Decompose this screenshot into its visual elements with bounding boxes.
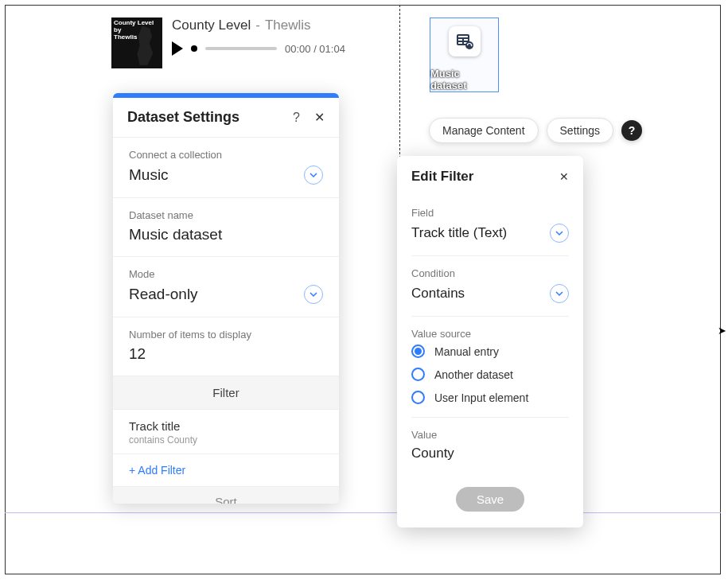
connect-label: Connect a collection <box>129 149 323 161</box>
radio-label: Manual entry <box>434 345 499 358</box>
value-label: Value <box>411 429 569 441</box>
radio-icon <box>411 391 425 404</box>
track-artist: Thewlis <box>265 18 311 33</box>
radio-icon <box>411 344 425 358</box>
connect-dropdown[interactable] <box>304 165 323 185</box>
value-input[interactable]: County <box>411 446 569 461</box>
field-dropdown[interactable] <box>550 224 569 243</box>
radio-icon <box>411 368 425 381</box>
cursor-icon: ➤ <box>718 325 726 337</box>
help-icon[interactable]: ? <box>293 111 300 125</box>
field-label: Field <box>411 207 569 219</box>
progress-bar[interactable] <box>205 47 277 50</box>
chevron-down-icon <box>309 290 317 298</box>
dataset-node-label: Music dataset <box>430 68 498 91</box>
count-value[interactable]: 12 <box>129 345 323 363</box>
name-label: Dataset name <box>129 209 323 221</box>
connect-value: Music <box>129 166 169 184</box>
count-label: Number of items to display <box>129 329 323 341</box>
chevron-down-icon <box>309 171 317 179</box>
time-display: 00:00 / 01:04 <box>285 43 345 55</box>
help-button[interactable]: ? <box>621 120 642 141</box>
track-title: County Level <box>172 18 251 33</box>
radio-user-input[interactable]: User Input element <box>411 391 569 404</box>
close-icon[interactable]: ✕ <box>314 110 325 125</box>
condition-label: Condition <box>411 267 569 279</box>
condition-value: Contains <box>411 286 465 302</box>
dataset-name-section: Dataset name Music dataset <box>113 197 339 256</box>
add-filter-button[interactable]: + Add Filter <box>113 453 339 486</box>
source-label: Value source <box>411 328 569 340</box>
mode-dropdown[interactable] <box>304 285 323 304</box>
canvas-border <box>5 5 721 574</box>
radio-another-dataset[interactable]: Another dataset <box>411 368 569 381</box>
mode-value: Read-only <box>129 286 198 303</box>
field-value: Track title (Text) <box>411 225 507 241</box>
settings-button[interactable]: Settings <box>547 118 614 143</box>
dataset-icon <box>449 26 481 56</box>
chevron-down-icon <box>555 290 563 298</box>
svg-rect-2 <box>458 39 462 41</box>
filter-item[interactable]: Track title contains County <box>113 409 339 453</box>
radio-manual-entry[interactable]: Manual entry <box>411 344 569 358</box>
title-dash: - <box>255 18 260 33</box>
horizontal-divider <box>5 512 721 513</box>
toolbar: Manage Content Settings ? <box>429 118 642 143</box>
player-meta: County Level - Thewlis 00:00 / 01:04 <box>172 18 366 68</box>
play-icon[interactable] <box>172 41 183 56</box>
name-value[interactable]: Music dataset <box>129 226 323 243</box>
count-section: Number of items to display 12 <box>113 317 339 376</box>
value-source-section: Value source Manual entry Another datase… <box>411 317 569 418</box>
table-icon <box>455 32 474 51</box>
svg-rect-3 <box>464 39 468 41</box>
dataset-settings-panel: Dataset Settings ? ✕ Connect a collectio… <box>113 93 339 504</box>
svg-rect-4 <box>458 42 462 44</box>
radio-label: User Input element <box>434 391 528 404</box>
svg-rect-1 <box>458 36 468 37</box>
value-section: Value County <box>411 418 569 474</box>
dataset-canvas-node[interactable]: Music dataset <box>430 18 499 92</box>
filter-item-desc: contains County <box>129 434 323 446</box>
sort-header: Sort <box>113 486 339 504</box>
audio-player: County Level by Thewlis County Level - T… <box>111 18 366 68</box>
condition-dropdown[interactable] <box>550 284 569 303</box>
mode-label: Mode <box>129 268 323 280</box>
edit-filter-panel: Edit Filter ✕ Field Track title (Text) C… <box>397 156 583 527</box>
edit-filter-title: Edit Filter <box>411 169 473 185</box>
close-icon[interactable]: ✕ <box>559 170 569 183</box>
mode-section: Mode Read-only <box>113 256 339 317</box>
manage-content-button[interactable]: Manage Content <box>429 118 539 143</box>
save-button[interactable]: Save <box>456 487 524 512</box>
album-art: County Level by Thewlis <box>111 18 162 68</box>
condition-section: Condition Contains <box>411 256 569 317</box>
field-section: Field Track title (Text) <box>411 196 569 256</box>
connect-collection-section: Connect a collection Music <box>113 137 339 197</box>
panel-title: Dataset Settings <box>127 109 293 126</box>
progress-handle[interactable] <box>191 45 197 52</box>
filter-item-field: Track title <box>129 419 323 433</box>
radio-label: Another dataset <box>434 368 513 381</box>
filter-header: Filter <box>113 376 339 409</box>
chevron-down-icon <box>555 229 563 237</box>
